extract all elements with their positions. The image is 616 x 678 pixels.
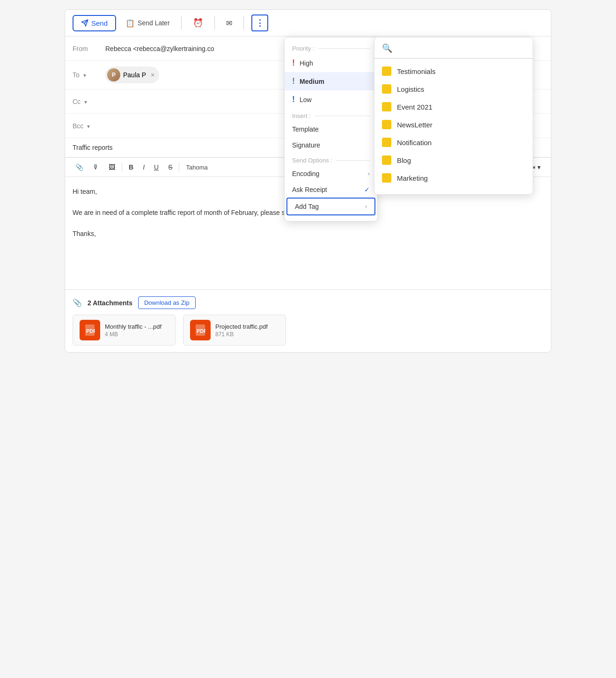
attachment-info: Projected traffic.pdf 871 KB xyxy=(215,323,268,338)
send-label: Send xyxy=(91,19,108,27)
attachment-name: Monthly traffic - ...pdf xyxy=(105,323,161,330)
attachment-info: Monthly traffic - ...pdf 4 MB xyxy=(105,323,161,338)
tag-color-icon xyxy=(382,120,391,129)
attach-button[interactable]: 📎 xyxy=(73,162,86,173)
fmt-separator-1 xyxy=(122,162,122,172)
send-later-button[interactable]: 📋 Send Later xyxy=(122,16,174,30)
attachment-item[interactable]: PDF Projected traffic.pdf 871 KB xyxy=(183,315,286,346)
tag-item[interactable]: Event 2021 xyxy=(374,98,533,116)
bcc-label: Bcc ▾ xyxy=(73,122,105,130)
image-button[interactable]: 🖼 xyxy=(106,162,118,173)
attachments-header: 📎 2 Attachments Download as Zip xyxy=(73,296,543,309)
encoding-item[interactable]: Encoding › xyxy=(285,166,377,182)
medium-label: Medium xyxy=(300,78,324,85)
low-priority-icon: ! xyxy=(292,95,295,104)
bold-button[interactable]: B xyxy=(126,162,136,173)
pdf-icon: PDF xyxy=(80,320,100,340)
font-selector[interactable]: Tahoma xyxy=(183,164,210,171)
attachments-section: 📎 2 Attachments Download as Zip PDF Mont… xyxy=(65,289,551,352)
priority-section-label: Priority : xyxy=(285,41,377,54)
tag-color-icon xyxy=(382,155,391,165)
svg-text:PDF: PDF xyxy=(197,328,205,334)
from-label: From xyxy=(73,45,105,52)
attachments-list: PDF Monthly traffic - ...pdf 4 MB PDF Pr… xyxy=(73,315,543,346)
ask-receipt-label: Ask Receipt xyxy=(292,186,327,193)
toolbar-divider-1 xyxy=(181,16,182,29)
add-tag-label: Add Tag xyxy=(295,203,319,210)
search-icon: 🔍 xyxy=(382,43,392,53)
tag-color-icon xyxy=(382,66,391,76)
add-tag-item[interactable]: Add Tag › xyxy=(286,198,375,215)
add-tag-chevron: › xyxy=(365,203,367,210)
ask-receipt-check: ✓ xyxy=(364,186,370,193)
attachments-count: 2 Attachments xyxy=(88,299,132,307)
tag-label: Blog xyxy=(397,156,411,164)
tag-item[interactable]: Logistics xyxy=(374,80,533,98)
strikethrough-button[interactable]: S xyxy=(165,162,175,173)
medium-priority-icon: ! xyxy=(292,76,295,86)
tag-color-icon xyxy=(382,84,391,94)
reminder-button[interactable]: ⏰ xyxy=(189,15,207,31)
template-label: Template xyxy=(292,125,319,133)
email-compose-window: Send 📋 Send Later ⏰ ✉ ⋮ From Rebecca <re… xyxy=(65,9,551,353)
alarm-icon: ⏰ xyxy=(193,18,203,28)
tag-item[interactable]: NewsLetter xyxy=(374,116,533,133)
encoding-chevron: › xyxy=(368,170,370,177)
to-label: To ▾ xyxy=(73,71,105,79)
body-closing: Thanks, xyxy=(73,228,543,239)
tag-label: NewsLetter xyxy=(397,121,433,129)
to-chevron[interactable]: ▾ xyxy=(83,72,86,79)
toolbar-divider-2 xyxy=(214,16,215,29)
high-priority-icon: ! xyxy=(292,58,295,68)
ask-receipt-item[interactable]: Ask Receipt ✓ xyxy=(285,182,377,198)
bcc-chevron[interactable]: ▾ xyxy=(87,123,90,130)
priority-high-item[interactable]: ! High xyxy=(285,54,377,72)
template-item[interactable]: Template xyxy=(285,121,377,137)
tag-item[interactable]: Notification xyxy=(374,133,533,151)
compose-toolbar: Send 📋 Send Later ⏰ ✉ ⋮ xyxy=(65,10,551,37)
tag-label: Testimonials xyxy=(397,67,436,75)
remove-recipient-button[interactable]: × xyxy=(151,71,154,79)
tag-search-bar: 🔍 xyxy=(374,43,533,59)
template-button[interactable]: ✉ xyxy=(222,16,236,30)
recipient-name: Paula P xyxy=(123,71,146,79)
priority-dropdown: Priority : ! High ! Medium ! Low Insert … xyxy=(284,37,378,221)
paperclip-icon: 📎 xyxy=(73,298,82,307)
tag-item[interactable]: Blog xyxy=(374,151,533,169)
subject-value: Traffic reports xyxy=(73,144,113,151)
signature-label: Signature xyxy=(292,141,320,149)
mic-button[interactable]: 🎙 xyxy=(90,162,102,173)
download-zip-button[interactable]: Download as Zip xyxy=(138,296,196,309)
send-options-section-label: Send Options : xyxy=(285,153,377,166)
tag-label: Notification xyxy=(397,139,432,147)
tag-label: Marketing xyxy=(397,174,428,182)
fmt-separator-2 xyxy=(179,162,179,172)
send-later-icon: 📋 xyxy=(125,19,135,28)
low-label: Low xyxy=(300,96,312,103)
svg-text:PDF: PDF xyxy=(86,328,95,334)
tag-search-input[interactable] xyxy=(396,44,525,52)
toolbar-divider-3 xyxy=(243,16,244,29)
priority-low-item[interactable]: ! Low xyxy=(285,90,377,109)
attachment-name: Projected traffic.pdf xyxy=(215,323,268,330)
priority-medium-item[interactable]: ! Medium xyxy=(285,72,377,90)
attachment-size: 4 MB xyxy=(105,331,161,338)
cc-chevron[interactable]: ▾ xyxy=(84,99,87,105)
recipient-chip[interactable]: P Paula P × xyxy=(105,66,159,83)
tag-item[interactable]: Testimonials xyxy=(374,62,533,80)
high-label: High xyxy=(300,59,313,67)
more-options-button[interactable]: ⋮ xyxy=(251,15,268,31)
send-later-label: Send Later xyxy=(138,19,170,27)
avatar: P xyxy=(107,68,120,81)
tag-list: Testimonials Logistics Event 2021 NewsLe… xyxy=(374,59,533,191)
italic-button[interactable]: I xyxy=(140,162,147,173)
send-button[interactable]: Send xyxy=(73,15,116,31)
cc-label: Cc ▾ xyxy=(73,98,105,105)
tag-label: Logistics xyxy=(397,85,424,93)
signature-item[interactable]: Signature xyxy=(285,137,377,153)
tag-item[interactable]: Marketing xyxy=(374,169,533,187)
template-icon: ✉ xyxy=(226,19,232,28)
underline-button[interactable]: U xyxy=(151,162,161,173)
tag-label: Event 2021 xyxy=(397,103,433,111)
attachment-item[interactable]: PDF Monthly traffic - ...pdf 4 MB xyxy=(73,315,176,346)
